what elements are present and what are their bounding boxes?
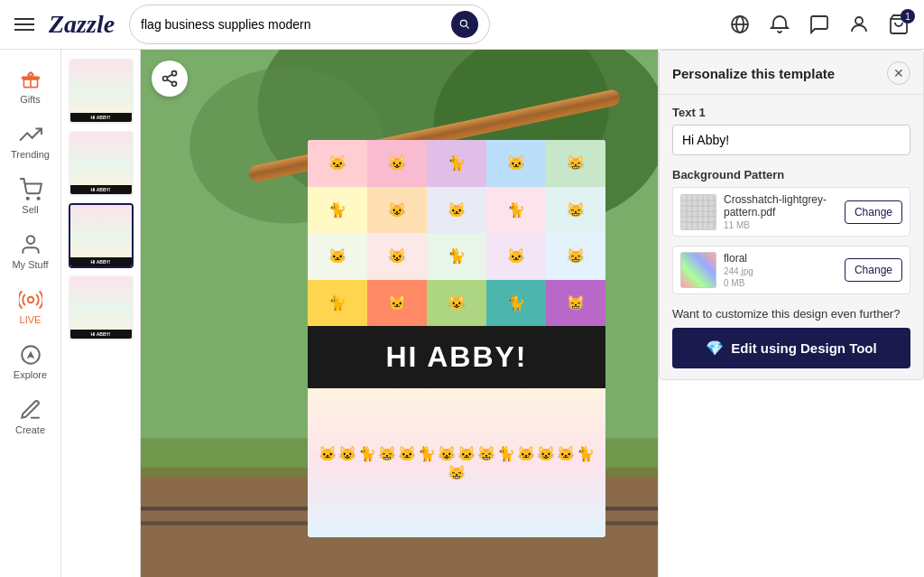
thumbnail-3[interactable]: HI ABBY! bbox=[69, 203, 134, 268]
svg-point-11 bbox=[37, 198, 39, 200]
flag-banner-text: HI ABBY! bbox=[308, 326, 605, 388]
notifications-button[interactable] bbox=[769, 14, 790, 35]
pattern1-name: Crosshatch-lightgrey-pattern.pdf bbox=[724, 193, 837, 219]
crosshatch-preview bbox=[681, 195, 716, 229]
pattern2-size: 0 MB bbox=[724, 278, 837, 288]
svg-point-0 bbox=[460, 20, 467, 26]
search-bar bbox=[129, 5, 490, 44]
flag-top-cats: 🐱 😺 🐈 🐱 😸 🐈 😺 🐱 🐈 😸 🐱 😺 🐈 🐱 😸 🐈 bbox=[308, 140, 605, 326]
panel-title: Personalize this template bbox=[672, 66, 835, 81]
messages-button[interactable] bbox=[808, 14, 830, 35]
sidebar-trending-label: Trending bbox=[11, 149, 50, 160]
pattern1-change-button[interactable]: Change bbox=[845, 200, 902, 224]
cart-badge: 1 bbox=[901, 9, 915, 23]
svg-marker-15 bbox=[26, 351, 34, 359]
trending-icon bbox=[19, 123, 42, 146]
panel-body: Text 1 Background Pattern bbox=[660, 95, 923, 379]
sidebar: Gifts Trending Sell My Stuff bbox=[0, 50, 61, 577]
pattern1-thumbnail bbox=[680, 194, 716, 230]
svg-point-25 bbox=[163, 77, 168, 81]
svg-point-13 bbox=[27, 297, 33, 303]
flag-display: 🐱 😺 🐈 🐱 😸 🐈 😺 🐱 🐈 😸 🐱 😺 🐈 🐱 😸 🐈 bbox=[308, 140, 605, 537]
floral-preview bbox=[681, 253, 716, 287]
main-image-area: 🐱 😺 🐈 🐱 😸 🐈 😺 🐱 🐈 😸 🐱 😺 🐈 🐱 😸 🐈 bbox=[141, 50, 658, 577]
thumbnail-4[interactable]: HI ABBY! bbox=[69, 275, 134, 340]
customize-question: Want to customize this design even furth… bbox=[672, 307, 910, 321]
gift-icon bbox=[19, 68, 42, 91]
hamburger-menu[interactable] bbox=[14, 18, 34, 31]
edit-design-button[interactable]: 💎 Edit using Design Tool bbox=[672, 328, 910, 368]
pattern1-size: 11 MB bbox=[724, 220, 837, 230]
svg-point-26 bbox=[172, 81, 177, 86]
globe-button[interactable] bbox=[729, 14, 751, 35]
mystuff-icon bbox=[19, 233, 42, 256]
cart-button[interactable]: 1 bbox=[888, 14, 910, 35]
right-panel: by As Ma ★★★ $50 each O Qty: Personalize… bbox=[658, 50, 924, 577]
search-input[interactable] bbox=[141, 17, 444, 32]
share-icon bbox=[161, 70, 179, 88]
svg-point-12 bbox=[26, 236, 34, 244]
pattern2-name: floral bbox=[724, 252, 837, 265]
sell-icon bbox=[19, 178, 42, 201]
sidebar-live-label: LIVE bbox=[20, 314, 42, 325]
logo[interactable]: Zazzle bbox=[49, 10, 115, 39]
svg-point-10 bbox=[26, 198, 28, 200]
pattern-row-2: floral 244.jpg 0 MB Change bbox=[672, 246, 910, 294]
diamond-icon: 💎 bbox=[706, 340, 724, 357]
text1-input[interactable] bbox=[672, 125, 910, 155]
live-icon bbox=[19, 288, 42, 312]
create-icon bbox=[19, 398, 42, 422]
personalize-panel: Personalize this template ✕ Text 1 Backg… bbox=[659, 50, 924, 380]
bg-pattern-section: Background Pattern bbox=[672, 168, 910, 294]
sidebar-gifts-label: Gifts bbox=[20, 94, 41, 105]
sidebar-item-create[interactable]: Create bbox=[0, 391, 60, 442]
account-button[interactable] bbox=[848, 14, 870, 35]
pattern1-info: Crosshatch-lightgrey-pattern.pdf 11 MB bbox=[724, 193, 837, 230]
close-panel-button[interactable]: ✕ bbox=[887, 61, 910, 85]
thumbnail-1[interactable]: HI ABBY! bbox=[69, 59, 134, 124]
svg-point-24 bbox=[172, 71, 177, 76]
sidebar-item-gifts[interactable]: Gifts bbox=[0, 60, 60, 112]
main-layout: Gifts Trending Sell My Stuff bbox=[0, 50, 924, 577]
sidebar-item-trending[interactable]: Trending bbox=[0, 116, 60, 167]
top-navigation: Zazzle 1 bbox=[0, 0, 924, 50]
svg-line-1 bbox=[467, 25, 469, 28]
sidebar-create-label: Create bbox=[15, 424, 45, 435]
svg-point-5 bbox=[855, 17, 863, 24]
sidebar-item-explore[interactable]: Explore bbox=[0, 336, 60, 387]
sidebar-explore-label: Explore bbox=[14, 369, 47, 380]
search-button[interactable] bbox=[451, 11, 478, 38]
sidebar-mystuff-label: My Stuff bbox=[12, 259, 48, 270]
svg-line-28 bbox=[167, 74, 172, 77]
sidebar-sell-label: Sell bbox=[22, 204, 38, 215]
bg-pattern-label: Background Pattern bbox=[672, 168, 910, 181]
text1-label: Text 1 bbox=[672, 106, 910, 119]
pattern2-thumbnail bbox=[680, 252, 716, 288]
pattern-row-1: Crosshatch-lightgrey-pattern.pdf 11 MB C… bbox=[672, 187, 910, 237]
edit-design-label: Edit using Design Tool bbox=[731, 340, 876, 356]
sidebar-item-mystuff[interactable]: My Stuff bbox=[0, 226, 60, 277]
explore-icon bbox=[19, 343, 42, 367]
panel-header: Personalize this template ✕ bbox=[660, 51, 923, 95]
flag-bottom-cats: 🐱😺🐈 😸🐱🐈 😺🐱😸 🐈🐱😺 🐱🐈😸 bbox=[308, 388, 605, 537]
thumbnail-2[interactable]: HI ABBY! bbox=[69, 131, 134, 196]
pattern2-change-button[interactable]: Change bbox=[845, 258, 902, 282]
sidebar-item-live[interactable]: LIVE bbox=[0, 281, 60, 332]
svg-rect-29 bbox=[681, 195, 716, 229]
thumbnail-column: HI ABBY! HI ABBY! HI ABBY! HI ABBY! bbox=[61, 50, 141, 577]
pattern2-info: floral 244.jpg 0 MB bbox=[724, 252, 837, 288]
nav-icons: 1 bbox=[729, 14, 910, 35]
pattern2-filename: 244.jpg bbox=[724, 266, 837, 276]
svg-line-27 bbox=[167, 79, 172, 82]
share-button[interactable] bbox=[152, 60, 188, 97]
sidebar-item-sell[interactable]: Sell bbox=[0, 171, 60, 222]
